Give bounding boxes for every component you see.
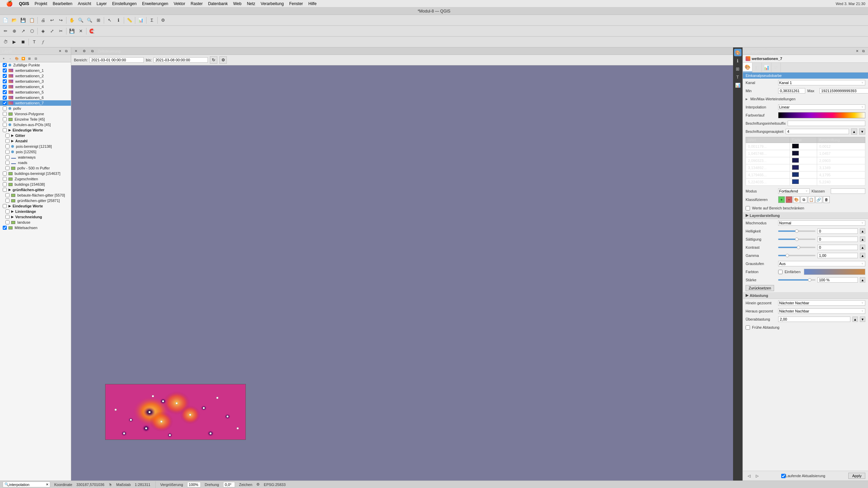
map-area[interactable] <box>71 65 733 481</box>
layer-item[interactable]: roads <box>0 160 71 165</box>
stop-btn[interactable]: ⏹ <box>19 38 27 46</box>
classify-color-btn[interactable]: 🎨 <box>793 196 800 203</box>
remove-layer-btn[interactable]: - <box>7 56 13 62</box>
node-edit-btn[interactable]: ◈ <box>39 27 47 35</box>
identify-btn[interactable]: ℹ <box>114 16 122 24</box>
menu-erweiterungen[interactable]: Erweiterungen <box>139 1 171 7</box>
graustufen-select[interactable]: Aus <box>778 261 865 266</box>
field-calc-btn[interactable]: 𝑓 <box>39 38 47 46</box>
layer-checkbox[interactable] <box>3 204 7 208</box>
layer-item[interactable]: Schulen-aus-POIs [45] <box>0 122 71 127</box>
save-layer-btn[interactable]: 💾 <box>68 27 76 35</box>
info-icon[interactable]: ℹ <box>734 57 742 64</box>
fruehe-abtastung-checkbox[interactable] <box>746 325 750 330</box>
style-icon[interactable]: 🎨 <box>734 49 742 56</box>
min-input[interactable] <box>778 88 805 94</box>
layer-item[interactable]: Einzelne Teile [45] <box>0 117 71 122</box>
staerke-value[interactable] <box>817 277 858 283</box>
digitize-btn[interactable]: ✏ <box>1 27 9 35</box>
layer-item[interactable]: Mittelsachsen <box>0 225 71 230</box>
layer-checkbox[interactable] <box>3 101 7 105</box>
menu-layer[interactable]: Layer <box>94 1 110 7</box>
layer-checkbox[interactable] <box>5 161 9 165</box>
kontrast-up-btn[interactable]: ▲ <box>860 245 865 250</box>
layer-checkbox[interactable] <box>5 150 9 154</box>
kontrast-value[interactable] <box>817 245 858 250</box>
time-settings-btn[interactable]: ⚙ <box>219 56 227 64</box>
abtastung-section[interactable]: ▶ Abtastung <box>743 292 868 299</box>
layer-item[interactable]: Voronoi-Polygone <box>0 111 71 117</box>
max-input[interactable] <box>820 88 868 94</box>
layer-item[interactable]: Zugeschnitten <box>0 176 71 182</box>
layer-checkbox[interactable] <box>5 134 9 138</box>
saettigung-up-btn[interactable]: ▲ <box>860 237 865 242</box>
layer-checkbox[interactable] <box>3 63 7 67</box>
filter-layer-btn[interactable]: 🔽 <box>20 56 26 62</box>
hinein-select[interactable]: Nächster Nachbar <box>778 300 865 306</box>
drehung-input[interactable] <box>223 482 235 487</box>
layer-checkbox[interactable] <box>3 171 7 176</box>
right-panel-float-btn[interactable]: ⧉ <box>861 48 866 54</box>
layer-float-btn[interactable]: ⧉ <box>63 48 69 54</box>
genauigkeit-down-btn[interactable]: ▼ <box>859 128 865 135</box>
tab-rendering[interactable]: ⚙ <box>771 63 781 72</box>
layer-item[interactable]: bebaute-flächen-gitter [5570] <box>0 192 71 198</box>
layer-checkbox[interactable] <box>5 209 9 214</box>
add-poly-btn[interactable]: ⬡ <box>28 27 36 35</box>
classify-paste-btn[interactable]: 📋 <box>808 196 815 203</box>
delete-btn[interactable]: ✂ <box>57 27 65 35</box>
add-layer-btn[interactable]: + <box>1 56 7 62</box>
menu-raster[interactable]: Raster <box>188 1 205 7</box>
layer-item[interactable]: buildings [154638] <box>0 182 71 187</box>
helligkeit-value[interactable] <box>817 228 858 234</box>
color-ramp[interactable] <box>778 112 865 118</box>
zoom-out-btn[interactable]: 🔍 <box>85 16 94 24</box>
layer-item[interactable]: buildings-bereinigt [154637] <box>0 171 71 176</box>
helligkeit-slider[interactable] <box>778 228 815 234</box>
layer-item[interactable]: pofiv - 500 m Puffer <box>0 165 71 171</box>
layer-checkbox[interactable] <box>5 220 9 224</box>
heraus-select[interactable]: Nächster Nachbar <box>778 308 865 314</box>
gamma-slider[interactable] <box>778 253 815 258</box>
layer-item[interactable]: waterways <box>0 155 71 160</box>
menu-hilfe[interactable]: Hilfe <box>306 1 319 7</box>
tab-histogram[interactable]: 📊 <box>762 63 771 72</box>
diagrams-icon[interactable]: 📊 <box>734 81 742 89</box>
helligkeit-up-btn[interactable]: ▲ <box>860 228 865 234</box>
classify-delete-btn[interactable]: 🗑 <box>823 196 830 203</box>
layer-item[interactable]: wettersationen_3 <box>0 79 71 84</box>
layer-item[interactable]: wettersationen_1 <box>0 68 71 73</box>
saettigung-slider[interactable] <box>778 237 815 242</box>
add-point-btn[interactable]: ⊕ <box>10 27 18 35</box>
layer-checkbox[interactable] <box>3 117 7 121</box>
layer-item[interactable]: wettersationen_2 <box>0 73 71 79</box>
time-panel-close-btn[interactable]: ✕ <box>73 48 79 54</box>
table-cell-farbe[interactable] <box>790 179 817 186</box>
time-btn[interactable]: ⏱ <box>1 38 9 46</box>
right-panel-close-btn[interactable]: ✕ <box>854 48 860 54</box>
ueberabtastung-up-btn[interactable]: ▲ <box>852 317 858 322</box>
attribute-table-btn[interactable]: 📊 <box>137 16 145 24</box>
measure-btn[interactable]: 📏 <box>125 16 134 24</box>
layer-item[interactable]: ▶grünflächen-gitter <box>0 187 71 192</box>
table-cell-farbe[interactable] <box>790 150 817 157</box>
menu-datenbank[interactable]: Datenbank <box>205 1 231 7</box>
apple-menu[interactable]: 🍎 <box>3 0 16 7</box>
interpolation-select[interactable]: Linear <box>778 104 865 110</box>
classify-link-btn[interactable]: 🔗 <box>815 196 822 203</box>
layer-item[interactable]: ▶Eindeutige Werte <box>0 127 71 133</box>
layer-close-btn[interactable]: ✕ <box>57 48 63 54</box>
color-table-row[interactable]: 3,134892... 3,1349 <box>746 164 865 171</box>
color-table-row[interactable]: 4,179466... 4,1795 <box>746 171 865 179</box>
werte-bereich-checkbox[interactable] <box>746 206 750 210</box>
staerke-slider[interactable] <box>778 277 815 283</box>
zoom-all-btn[interactable]: ⊞ <box>94 16 102 24</box>
layer-checkbox[interactable] <box>3 74 7 78</box>
layer-checkbox[interactable] <box>3 79 7 83</box>
layer-item[interactable]: wettersationen_4 <box>0 84 71 89</box>
menu-fenster[interactable]: Fenster <box>287 1 306 7</box>
menu-bearbeiten[interactable]: Bearbeiten <box>50 1 75 7</box>
color-table-row[interactable]: 0,001179... 0,0012 <box>746 143 865 150</box>
save-project-btn[interactable]: 💾 <box>19 16 27 24</box>
move-btn[interactable]: ⤢ <box>48 27 56 35</box>
